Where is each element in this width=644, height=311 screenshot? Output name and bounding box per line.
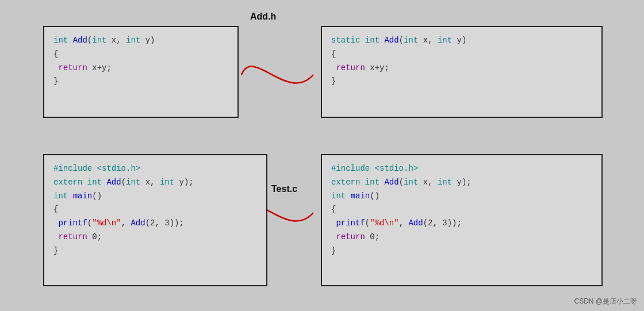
code-line: { — [331, 48, 592, 62]
code-line: return 0; — [331, 231, 592, 244]
code-line: { — [53, 48, 228, 62]
bottom-right-box: #include <stdio.h> extern int Add(int x,… — [321, 154, 603, 286]
code-line: int main() — [53, 190, 257, 204]
code-line: extern int Add(int x, int y); — [331, 176, 592, 190]
code-line: static int Add(int x, int y) — [331, 34, 592, 48]
code-line: return x+y; — [53, 62, 228, 75]
code-line: } — [53, 75, 228, 89]
addh-label: Add.h — [250, 11, 276, 22]
code-line: extern int Add(int x, int y); — [53, 176, 257, 190]
code-line: } — [53, 244, 257, 258]
code-line: #include <stdio.h> — [331, 162, 592, 176]
code-line: } — [331, 75, 592, 89]
code-line: { — [53, 203, 257, 217]
code-line: return 0; — [53, 231, 257, 244]
watermark: CSDN @是店小二呀 — [574, 297, 637, 306]
code-line: } — [331, 244, 592, 258]
top-right-box: static int Add(int x, int y) { return x+… — [321, 26, 603, 118]
top-left-box: int Add(int x, int y) { return x+y; } — [43, 26, 239, 118]
code-line: int main() — [331, 190, 592, 204]
bottom-left-box: #include <stdio.h> extern int Add(int x,… — [43, 154, 267, 286]
code-line: int Add(int x, int y) — [53, 34, 228, 48]
code-line: #include <stdio.h> — [53, 162, 257, 176]
code-line: printf("%d\n", Add(2, 3)); — [331, 217, 592, 231]
code-line: { — [331, 203, 592, 217]
code-line: printf("%d\n", Add(2, 3)); — [53, 217, 257, 231]
testc-label: Test.c — [271, 184, 297, 194]
code-line: return x+y; — [331, 62, 592, 75]
